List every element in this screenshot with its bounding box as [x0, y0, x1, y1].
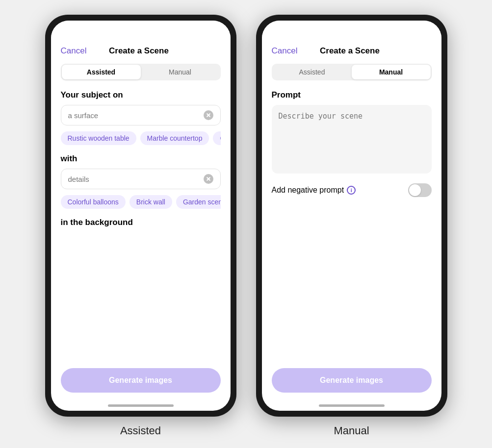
- info-symbol: i: [351, 187, 352, 193]
- chip-colorful-balloons[interactable]: Colorful balloons: [61, 195, 126, 209]
- left-modal-header: Cancel Create a Scene: [61, 42, 221, 64]
- details-clear-icon[interactable]: [204, 174, 213, 184]
- negative-prompt-toggle[interactable]: [408, 183, 432, 197]
- left-tab-assisted[interactable]: Assisted: [62, 65, 141, 79]
- details-section-label: with: [61, 154, 221, 164]
- subject-input[interactable]: [68, 111, 204, 120]
- right-phone-label: Manual: [334, 424, 369, 437]
- left-screen: Cancel Create a Scene Assisted Manual Yo…: [51, 21, 231, 411]
- right-modal-content: Cancel Create a Scene Assisted Manual Pr…: [262, 42, 441, 404]
- chip-rustic-wooden-table[interactable]: Rustic wooden table: [61, 131, 136, 145]
- right-screen: Cancel Create a Scene Assisted Manual Pr…: [262, 21, 441, 411]
- left-phone-wrapper: Cancel Create a Scene Assisted Manual Yo…: [45, 15, 236, 437]
- left-cancel-button[interactable]: Cancel: [61, 46, 87, 56]
- right-spacer: [272, 197, 432, 368]
- prompt-textarea[interactable]: [272, 105, 432, 174]
- details-chips-row: Colorful balloons Brick wall Garden scen…: [61, 195, 221, 209]
- right-home-indicator: [319, 404, 385, 407]
- right-phone-wrapper: Cancel Create a Scene Assisted Manual Pr…: [256, 15, 447, 437]
- prompt-section-label: Prompt: [272, 90, 432, 100]
- left-modal-content: Cancel Create a Scene Assisted Manual Yo…: [51, 42, 231, 404]
- subject-clear-icon[interactable]: [204, 110, 213, 120]
- chip-marble-countertop[interactable]: Marble countertop: [140, 131, 209, 145]
- status-bar-right: [262, 21, 441, 42]
- right-tab-bar: Assisted Manual: [272, 64, 432, 80]
- chip-brick-wall[interactable]: Brick wall: [129, 195, 172, 209]
- left-tab-manual[interactable]: Manual: [141, 65, 220, 79]
- subject-section-label: Your subject on: [61, 90, 221, 100]
- right-cancel-button[interactable]: Cancel: [272, 46, 298, 56]
- negative-prompt-row: Add negative prompt i: [272, 183, 432, 197]
- left-home-indicator: [108, 404, 174, 407]
- left-phone: Cancel Create a Scene Assisted Manual Yo…: [45, 15, 236, 417]
- negative-prompt-label: Add negative prompt i: [272, 186, 356, 195]
- left-generate-button[interactable]: Generate images: [61, 368, 221, 393]
- subject-chips-row: Rustic wooden table Marble countertop Co…: [61, 131, 221, 145]
- details-input[interactable]: [68, 175, 204, 183]
- details-input-row: [61, 169, 221, 189]
- right-tab-assisted[interactable]: Assisted: [273, 65, 352, 79]
- status-bar-left: [51, 21, 231, 42]
- chip-garden-scene[interactable]: Garden scene: [176, 195, 221, 209]
- right-tab-manual[interactable]: Manual: [352, 65, 431, 79]
- left-modal-title: Create a Scene: [109, 46, 169, 56]
- info-icon[interactable]: i: [347, 186, 356, 195]
- right-modal-title: Create a Scene: [320, 46, 380, 56]
- right-modal-header: Cancel Create a Scene: [272, 42, 432, 64]
- chip-concrete[interactable]: Concre...: [213, 131, 220, 145]
- left-spacer: [61, 232, 221, 368]
- subject-input-row: [61, 105, 221, 125]
- right-generate-button[interactable]: Generate images: [272, 368, 432, 393]
- background-label: in the background: [61, 218, 221, 227]
- left-phone-label: Assisted: [120, 424, 161, 437]
- right-phone: Cancel Create a Scene Assisted Manual Pr…: [256, 15, 447, 417]
- negative-prompt-text: Add negative prompt: [272, 186, 344, 195]
- left-tab-bar: Assisted Manual: [61, 64, 221, 80]
